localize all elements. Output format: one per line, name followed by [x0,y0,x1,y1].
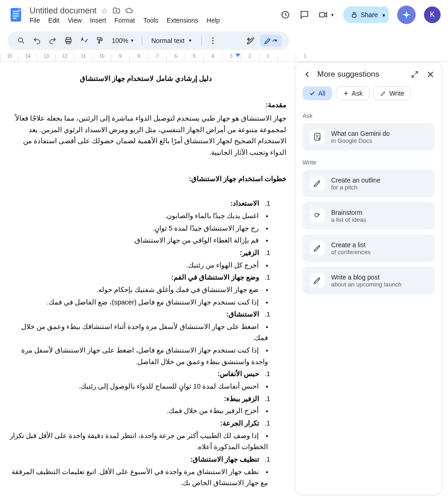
suggestion-card[interactable]: Create a listof conferences [303,234,435,262]
expand-icon[interactable] [411,70,419,79]
panel-title: More suggestions [317,70,405,79]
docs-app-icon[interactable] [7,6,26,24]
chip-write[interactable]: Write [373,86,411,100]
back-icon[interactable] [303,70,312,79]
collapse-toolbar-icon[interactable] [267,33,282,48]
ruler: 1514131211109876543211 [0,54,448,62]
doc-sparkle-icon [310,129,325,144]
meet-button[interactable]: ▼ [318,10,335,20]
pen-icon [310,241,325,256]
account-avatar[interactable]: K [424,6,441,23]
section-heading: خطوات استخدام جهاز الاستنشاق: [6,173,286,185]
search-icon[interactable] [15,34,28,47]
menu-edit[interactable]: Edit [48,17,60,24]
suggestion-card[interactable]: What can Gemini doin Google Docs [303,123,435,151]
svg-rect-1 [13,11,19,12]
menu-insert[interactable]: Insert [90,17,106,24]
svg-point-17 [315,213,319,217]
redo-icon[interactable] [46,34,59,47]
svg-rect-4 [13,18,17,19]
close-icon[interactable] [426,70,435,79]
svg-rect-7 [352,14,356,18]
section-heading: مقدمة: [6,99,286,111]
toolbar: 100% ▼ Normal text▼ ▼ [7,31,289,50]
more-tools-icon[interactable] [206,34,219,47]
suggestion-card[interactable]: Brainstorma list of ideas [303,202,435,230]
suggestion-card[interactable]: Create an outlinefor a pitch [303,170,435,197]
menu-tools[interactable]: Tools [143,17,158,24]
cloud-status-icon[interactable] [125,6,133,15]
gemini-button[interactable] [397,6,416,24]
pen-icon [310,176,325,191]
suggestion-card[interactable]: Write a blog postabout an upcoming launc… [303,267,435,294]
chip-all[interactable]: All [303,86,332,100]
doc-title: دليل إرشادي شامل لاستخدام جهاز الاستنشاق [6,73,286,85]
gemini-side-panel: More suggestions All Ask Write Ask What … [295,62,442,495]
star-icon[interactable]: ☆ [101,6,108,15]
write-label: Write [303,159,435,166]
share-dropdown[interactable]: ▼ [379,6,389,23]
svg-point-13 [212,37,214,39]
menu-help[interactable]: Help [206,17,220,24]
chip-ask[interactable]: Ask [336,86,369,100]
svg-rect-3 [13,16,19,17]
svg-point-15 [212,43,214,44]
pen-icon [310,273,325,288]
menu-format[interactable]: Format [115,17,135,24]
svg-point-14 [212,40,214,42]
menu-bar: File Edit View Insert Format Tools Exten… [30,17,279,24]
print-icon[interactable] [62,34,75,47]
paragraph: جهاز الاستنشاق هو جهاز طبي يستخدم لتوصيل… [6,113,286,158]
comment-icon[interactable] [299,9,310,20]
menu-extensions[interactable]: Extensions [167,17,198,24]
history-icon[interactable] [279,9,291,20]
svg-point-8 [18,38,23,42]
share-label: Share [361,11,378,18]
spellcheck-icon[interactable] [78,34,91,47]
bulb-icon [310,208,325,223]
text-style-selector[interactable]: Normal text▼ [147,37,197,44]
menu-file[interactable]: File [30,17,40,24]
undo-icon[interactable] [30,34,43,47]
zoom-selector[interactable]: 100% ▼ [109,37,137,44]
move-icon[interactable] [112,6,121,15]
gemini-pen-icon[interactable] [244,34,257,47]
svg-rect-12 [97,37,101,40]
menu-view[interactable]: View [68,17,82,24]
document-canvas[interactable]: دليل إرشادي شامل لاستخدام جهاز الاستنشاق… [0,62,291,499]
paint-format-icon[interactable] [93,34,106,47]
ask-label: Ask [303,112,435,119]
svg-rect-2 [13,13,19,14]
svg-rect-6 [320,12,325,17]
header: Untitled document ☆ File Edit View Inser… [0,0,448,30]
document-title[interactable]: Untitled document [30,6,97,16]
